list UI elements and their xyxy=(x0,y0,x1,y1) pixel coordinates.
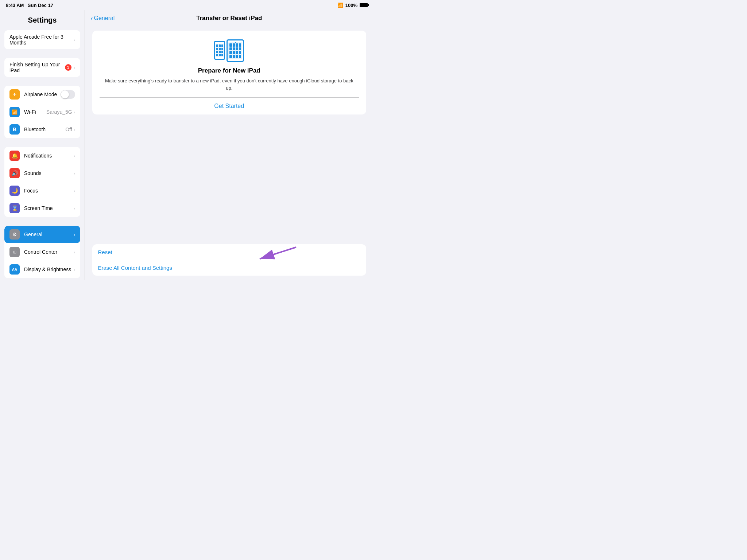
back-button[interactable]: ‹ General xyxy=(91,15,115,22)
sidebar-item-notifications[interactable]: 🔔 Notifications › xyxy=(4,147,80,164)
sidebar-title: Settings xyxy=(0,13,85,29)
sidebar: Settings Apple Arcade Free for 3 Months … xyxy=(0,10,85,280)
settings-group: ⚙ General › ⊞ Control Center › AA Displa… xyxy=(4,226,80,278)
toggle-knob xyxy=(61,90,69,98)
ipad-icon xyxy=(227,39,244,62)
status-right-icons: 📶 100% xyxy=(337,3,368,8)
airplane-mode-icon-wrap: ✈ xyxy=(9,89,20,100)
display-brightness-label: Display & Brightness xyxy=(24,267,74,272)
focus-icon: 🌙 xyxy=(12,188,18,194)
notifications-chevron-icon: › xyxy=(74,153,75,159)
screen-time-chevron-icon: › xyxy=(74,206,75,211)
erase-all-button[interactable]: Erase All Content and Settings xyxy=(92,260,367,276)
sidebar-item-sounds[interactable]: 🔊 Sounds › xyxy=(4,164,80,182)
status-bar: 8:43 AM Sun Dec 17 📶 100% xyxy=(0,0,374,10)
sidebar-item-wifi[interactable]: 📶 Wi-Fi Sarayu_5G › xyxy=(4,103,80,121)
bluetooth-label: Bluetooth xyxy=(24,127,65,132)
wifi-icon-wrap: 📶 xyxy=(9,107,20,117)
screen-time-icon: ⌛ xyxy=(12,205,18,211)
control-center-icon-wrap: ⊞ xyxy=(9,247,20,257)
display-brightness-icon-wrap: AA xyxy=(9,264,20,275)
arcade-label: Apple Arcade Free for 3 Months xyxy=(9,34,74,46)
prepare-title: Prepare for New iPad xyxy=(198,67,260,74)
arcade-chevron-icon: › xyxy=(74,37,75,43)
get-started-button[interactable]: Get Started xyxy=(100,98,359,114)
sidebar-item-bluetooth[interactable]: B Bluetooth Off › xyxy=(4,121,80,138)
general-icon-wrap: ⚙ xyxy=(9,229,20,240)
sidebar-item-airplane-mode[interactable]: ✈ Airplane Mode xyxy=(4,86,80,103)
notifications-icon: 🔔 xyxy=(12,153,18,159)
focus-label: Focus xyxy=(24,188,74,194)
sounds-chevron-icon: › xyxy=(74,171,75,176)
wifi-value: Sarayu_5G xyxy=(46,109,72,115)
focus-icon-wrap: 🌙 xyxy=(9,186,20,196)
back-chevron-icon: ‹ xyxy=(91,15,93,22)
battery-icon xyxy=(360,3,368,7)
back-label: General xyxy=(94,15,115,22)
connectivity-group: ✈ Airplane Mode 📶 Wi-Fi Sarayu_5G › B xyxy=(4,86,80,138)
screen-time-label: Screen Time xyxy=(24,205,74,211)
iphone-icon xyxy=(214,41,225,60)
reset-button[interactable]: Reset xyxy=(92,244,367,260)
sidebar-item-screen-time[interactable]: ⌛ Screen Time › xyxy=(4,199,80,217)
right-panel: ‹ General Transfer or Reset iPad xyxy=(85,10,374,280)
bluetooth-chevron-icon: › xyxy=(74,127,75,132)
wifi-icon: 📶 xyxy=(337,3,343,8)
control-center-label: Control Center xyxy=(24,249,74,255)
content-area: Prepare for New iPad Make sure everythin… xyxy=(85,26,374,280)
sounds-label: Sounds xyxy=(24,170,74,176)
airplane-mode-label: Airplane Mode xyxy=(24,92,61,97)
iphone-screen xyxy=(216,44,224,57)
finish-setup-label: Finish Setting Up Your iPad xyxy=(9,62,65,73)
wifi-chevron-icon: › xyxy=(74,109,75,115)
general-label: General xyxy=(24,232,74,237)
sidebar-item-general[interactable]: ⚙ General › xyxy=(4,226,80,243)
system-group: 🔔 Notifications › 🔊 Sounds › 🌙 Focus › xyxy=(4,147,80,217)
prepare-card: Prepare for New iPad Make sure everythin… xyxy=(92,31,367,114)
wifi-label: Wi-Fi xyxy=(24,109,46,115)
content-spacer xyxy=(92,120,367,239)
bluetooth-value: Off xyxy=(65,127,72,132)
general-chevron-icon: › xyxy=(74,232,75,237)
sounds-icon-wrap: 🔊 xyxy=(9,168,20,178)
sidebar-item-focus[interactable]: 🌙 Focus › xyxy=(4,182,80,199)
nav-bar: ‹ General Transfer or Reset iPad xyxy=(85,10,374,26)
airplane-mode-icon: ✈ xyxy=(12,92,17,97)
wifi-setting-icon: 📶 xyxy=(12,109,18,115)
sidebar-item-display-brightness[interactable]: AA Display & Brightness › xyxy=(4,261,80,278)
main-layout: Settings Apple Arcade Free for 3 Months … xyxy=(0,10,374,280)
sounds-icon: 🔊 xyxy=(12,170,18,176)
status-time: 8:43 AM xyxy=(6,3,24,8)
finish-setup-badge: 1 xyxy=(65,64,71,71)
airplane-mode-toggle[interactable] xyxy=(61,90,75,99)
prepare-description: Make sure everything's ready to transfer… xyxy=(100,77,359,92)
notifications-icon-wrap: 🔔 xyxy=(9,151,20,161)
control-center-chevron-icon: › xyxy=(74,249,75,255)
finish-setup-chevron-icon: › xyxy=(74,65,75,70)
status-time-date: 8:43 AM Sun Dec 17 xyxy=(6,2,53,8)
ipad-screen xyxy=(228,42,242,59)
screen-time-icon-wrap: ⌛ xyxy=(9,203,20,213)
focus-chevron-icon: › xyxy=(74,188,75,194)
display-brightness-chevron-icon: › xyxy=(74,267,75,272)
nav-title: Transfer or Reset iPad xyxy=(196,15,262,22)
control-center-icon: ⊞ xyxy=(13,250,16,254)
sidebar-item-finish-setup[interactable]: Finish Setting Up Your iPad 1 › xyxy=(4,58,80,77)
right-panel-wrapper: ‹ General Transfer or Reset iPad xyxy=(85,10,374,280)
finish-setup-card[interactable]: Finish Setting Up Your iPad 1 › xyxy=(4,58,80,77)
status-date: Sun Dec 17 xyxy=(28,3,53,8)
device-transfer-icon xyxy=(214,39,244,62)
general-icon: ⚙ xyxy=(12,232,17,237)
arcade-card[interactable]: Apple Arcade Free for 3 Months › xyxy=(4,30,80,49)
battery-percent: 100% xyxy=(345,3,357,8)
display-brightness-icon: AA xyxy=(12,268,17,272)
sidebar-item-arcade[interactable]: Apple Arcade Free for 3 Months › xyxy=(4,30,80,49)
bluetooth-icon: B xyxy=(13,127,16,132)
reset-card: Reset Erase All Content and Settings xyxy=(92,244,367,276)
notifications-label: Notifications xyxy=(24,153,74,159)
bluetooth-icon-wrap: B xyxy=(9,124,20,135)
sidebar-item-control-center[interactable]: ⊞ Control Center › xyxy=(4,243,80,261)
